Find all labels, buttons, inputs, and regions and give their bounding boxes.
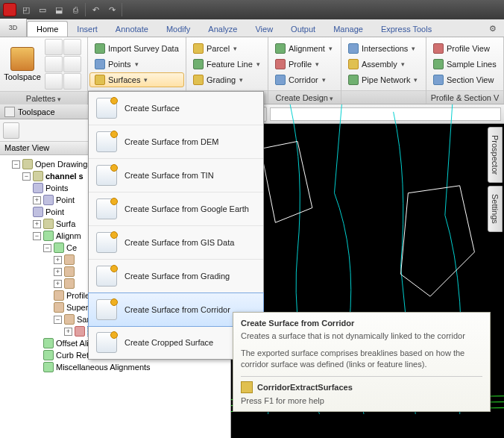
grading-icon	[193, 75, 204, 85]
pipe-network-icon	[348, 75, 359, 85]
tooltip-help: Press F1 for more help	[241, 396, 482, 405]
toolspace-label: Toolspace	[4, 72, 41, 81]
pipe-network-button[interactable]: Pipe Network▾	[343, 72, 423, 87]
surface-grading-icon	[96, 266, 117, 287]
qat-open-icon[interactable]: ▭	[36, 3, 49, 16]
parcel-icon	[193, 43, 204, 54]
assembly-button[interactable]: Assembly▾	[343, 57, 423, 72]
panel-title-create-design[interactable]: Create Design	[268, 90, 341, 104]
side-tab-settings[interactable]: Settings	[488, 186, 503, 232]
tab-analyze[interactable]: Analyze	[199, 22, 246, 37]
corridor-icon	[275, 75, 286, 85]
intersections-button[interactable]: Intersections▾	[343, 41, 423, 56]
tab-express-tools[interactable]: Express Tools	[372, 22, 441, 37]
palette-toggle-4[interactable]	[63, 56, 81, 72]
palette-toggle-3[interactable]	[45, 56, 63, 72]
points-icon	[95, 59, 105, 69]
qat-redo-icon[interactable]: ↷	[105, 3, 119, 16]
tooltip-desc-1: Creates a surface that is not dynamicall…	[241, 331, 482, 342]
tree-misc-alignments[interactable]: Miscellaneous Alignments	[56, 363, 151, 372]
surface-gis-icon	[96, 232, 117, 253]
tooltip-desc-2: The exported surface comprises breakline…	[241, 348, 482, 370]
points-button[interactable]: Points▾	[89, 57, 184, 72]
toolspace-button[interactable]: Toolspace	[1, 39, 43, 90]
panel-title-palettes[interactable]: Palettes	[0, 91, 87, 104]
qat-new-icon[interactable]: ◰	[19, 3, 33, 16]
tab-home[interactable]: Home	[27, 21, 68, 37]
menu-surface-from-tin[interactable]: Create Surface from TIN	[89, 159, 263, 193]
profile-view-button[interactable]: Profile View	[428, 41, 502, 56]
tab-view[interactable]: View	[246, 22, 282, 37]
corridor-button[interactable]: Corridor▾	[270, 72, 338, 87]
parcel-button[interactable]: Parcel▾	[188, 41, 265, 56]
import-survey-icon	[95, 43, 105, 54]
assembly-icon	[348, 59, 359, 69]
tree-surfaces[interactable]: Surfa	[56, 219, 75, 228]
palette-toggle-5[interactable]	[45, 73, 63, 90]
toolspace-tool-1[interactable]	[3, 122, 19, 139]
tab-annotate[interactable]: Annotate	[107, 22, 157, 37]
grading-button[interactable]: Grading▾	[188, 72, 265, 87]
profile-icon	[275, 59, 286, 69]
tooltip-command: CorridorExtractSurfaces	[257, 383, 353, 392]
profile-button[interactable]: Profile▾	[270, 57, 338, 72]
quick-access-toolbar: ◰ ▭ ⬓ ⎙ ↶ ↷	[0, 0, 504, 19]
workspace-3d-button[interactable]: 3D	[0, 19, 27, 37]
palettes-toggle-grid	[45, 39, 81, 90]
palette-toggle-6[interactable]	[63, 73, 81, 90]
tree-drawing[interactable]: channel s	[45, 172, 84, 181]
menu-surface-from-grading[interactable]: Create Surface from Grading	[89, 260, 263, 293]
feature-line-icon	[193, 59, 204, 69]
tree-alignments[interactable]: Alignm	[56, 231, 81, 240]
section-view-icon	[433, 75, 444, 85]
tab-output[interactable]: Output	[282, 22, 324, 37]
section-view-button[interactable]: Section View	[428, 72, 502, 87]
alignment-icon	[275, 43, 286, 54]
surfaces-icon	[95, 75, 105, 85]
sample-lines-icon	[433, 59, 444, 69]
qat-print-icon[interactable]: ⎙	[69, 3, 82, 16]
side-tab-prospector[interactable]: Prospector	[488, 127, 503, 183]
surface-dem-icon	[96, 131, 117, 152]
tree-points[interactable]: Points	[45, 184, 69, 193]
menu-create-surface[interactable]: Create Surface	[89, 92, 263, 125]
tab-insert[interactable]: Insert	[68, 22, 107, 37]
qat-save-icon[interactable]: ⬓	[52, 3, 66, 16]
toolspace-close-icon[interactable]	[4, 107, 15, 117]
profile-view-icon	[433, 43, 444, 54]
surface-tin-icon	[96, 165, 117, 186]
import-survey-data-button[interactable]: Import Survey Data	[89, 41, 184, 56]
menu-surface-from-google-earth[interactable]: Create Surface from Google Earth	[89, 193, 263, 226]
intersections-icon	[348, 43, 359, 54]
surface-corridor-icon	[96, 299, 117, 320]
tab-options-icon[interactable]: ⚙	[482, 21, 504, 37]
command-tooltip: Create Surface from Corridor Creates a s…	[233, 312, 491, 412]
surface-cropped-icon	[96, 332, 117, 353]
alignment-button[interactable]: Alignment▾	[270, 41, 338, 56]
tree-open-drawings[interactable]: Open Drawings	[35, 160, 92, 169]
qat-undo-icon[interactable]: ↶	[89, 3, 102, 16]
tooltip-command-icon	[241, 381, 253, 393]
panel-title-create-design-r	[341, 90, 426, 104]
tab-manage[interactable]: Manage	[324, 22, 372, 37]
tree-centerline[interactable]: Ce	[66, 243, 77, 252]
surface-ge-icon	[96, 198, 117, 219]
surfaces-button[interactable]: Surfaces▾	[89, 72, 184, 87]
tooltip-title: Create Surface from Corridor	[241, 319, 482, 328]
toolspace-icon	[10, 47, 34, 71]
menu-surface-from-dem[interactable]: Create Surface from DEM	[89, 125, 263, 159]
toolspace-title: Toolspace	[18, 107, 55, 116]
tree-point-clouds[interactable]: Point	[45, 207, 64, 216]
ribbon-tabs: 3D Home Insert Annotate Modify Analyze V…	[0, 19, 504, 37]
menu-surface-from-gis[interactable]: Create Surface from GIS Data	[89, 226, 263, 260]
tab-modify[interactable]: Modify	[157, 22, 199, 37]
sample-lines-button[interactable]: Sample Lines	[428, 57, 502, 72]
feature-line-button[interactable]: Feature Line▾	[188, 57, 265, 72]
create-surface-icon	[96, 98, 117, 119]
tree-point-groups-1[interactable]: Point	[56, 195, 75, 204]
app-icon[interactable]	[3, 3, 16, 16]
panel-title-profile-section[interactable]: Profile & Section V	[426, 90, 503, 104]
palette-toggle-2[interactable]	[63, 39, 81, 55]
palette-toggle-1[interactable]	[45, 39, 63, 55]
